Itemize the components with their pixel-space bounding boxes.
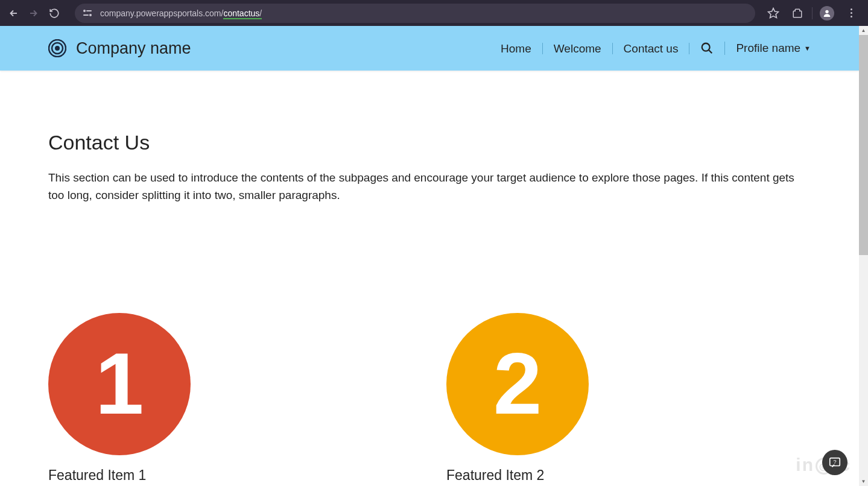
brand-logo-icon (48, 39, 66, 57)
featured-number-2: 2 (493, 340, 542, 428)
help-button[interactable]: ? (822, 450, 847, 475)
address-bar[interactable]: company.powerappsportals.com/contactus/ (75, 4, 755, 23)
featured-section: 1 Featured Item 1 2 Featured Item 2 (48, 313, 811, 484)
reload-button[interactable] (46, 5, 63, 22)
forward-button[interactable] (25, 5, 42, 22)
featured-circle-2: 2 (446, 313, 589, 455)
divider (812, 7, 813, 19)
extensions-icon[interactable] (788, 4, 807, 23)
nav-search[interactable] (689, 42, 725, 55)
svg-point-11 (702, 43, 710, 51)
featured-item-1: 1 Featured Item 1 (48, 313, 398, 484)
svg-line-12 (709, 50, 712, 54)
nav-menu: Home Welcome Contact us Profile name ▼ (490, 42, 811, 55)
svg-marker-6 (768, 8, 779, 17)
svg-rect-3 (86, 10, 92, 11)
profile-avatar[interactable] (817, 4, 837, 23)
scrollbar[interactable]: ▲ ▼ (859, 26, 868, 486)
featured-number-1: 1 (95, 340, 144, 428)
scrollbar-down[interactable]: ▼ (859, 477, 868, 486)
featured-title-1: Featured Item 1 (48, 467, 398, 484)
svg-point-10 (55, 46, 60, 51)
nav-contact-us[interactable]: Contact us (613, 43, 690, 54)
nav-profile[interactable]: Profile name ▼ (725, 42, 811, 55)
svg-rect-5 (83, 14, 89, 16)
scrollbar-up[interactable]: ▲ (859, 26, 868, 35)
back-button[interactable] (5, 5, 22, 22)
url-text: company.powerappsportals.com/contactus/ (100, 8, 262, 18)
browser-chrome: company.powerappsportals.com/contactus/ (0, 0, 868, 26)
page-description: This section can be used to introduce th… (48, 169, 811, 204)
featured-circle-1: 1 (48, 313, 191, 455)
search-icon (700, 42, 714, 55)
nav-profile-label: Profile name (736, 42, 800, 55)
main-content: Contact Us This section can be used to i… (0, 71, 859, 484)
svg-text:?: ? (833, 459, 836, 465)
chrome-menu[interactable] (841, 4, 861, 23)
brand[interactable]: Company name (48, 39, 191, 58)
featured-item-2: 2 Featured Item 2 (446, 313, 796, 484)
chevron-down-icon: ▼ (804, 45, 811, 52)
bookmark-icon[interactable] (764, 4, 783, 23)
page-title: Contact Us (48, 131, 811, 154)
nav-home[interactable]: Home (490, 43, 543, 54)
scrollbar-track[interactable] (859, 35, 868, 477)
site-settings-icon[interactable] (82, 8, 94, 18)
svg-point-4 (89, 14, 92, 16)
svg-point-2 (83, 10, 86, 12)
nav-welcome[interactable]: Welcome (543, 43, 613, 54)
scrollbar-thumb[interactable] (859, 35, 868, 255)
svg-point-7 (825, 10, 828, 13)
site-header: Company name Home Welcome Contact us Pro… (0, 26, 859, 71)
featured-title-2: Featured Item 2 (446, 467, 796, 484)
brand-name: Company name (76, 39, 191, 58)
help-icon: ? (828, 456, 841, 469)
